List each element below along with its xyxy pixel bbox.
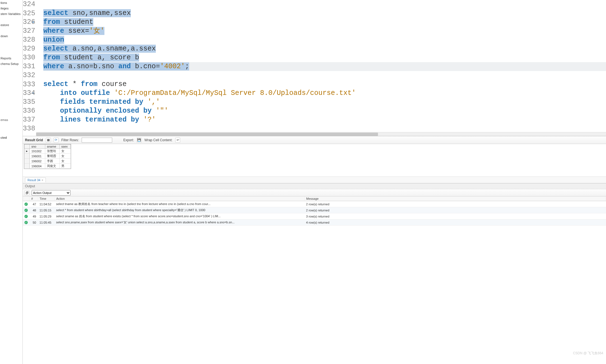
sidebar-item[interactable]: tions — [0, 0, 22, 6]
line-number: 329 — [23, 44, 36, 53]
output-panel: Output 🗐 Action Output # Time Action M — [23, 183, 606, 364]
code-line[interactable] — [43, 0, 606, 9]
code-line[interactable]: select a.sno,a.sname,a.ssex — [43, 44, 606, 53]
code-line[interactable] — [43, 71, 606, 80]
output-row[interactable]: ✓4711:04:52select tname as 教师姓名 from tea… — [23, 201, 606, 207]
editor-horizontal-scrollbar[interactable] — [36, 132, 606, 136]
grid-cell[interactable]: 191002 — [30, 149, 45, 154]
sidebar-schemas-label[interactable]: emas — [0, 117, 22, 123]
grid-cell[interactable]: 董明霞 — [45, 154, 60, 159]
action-output-table[interactable]: # Time Action Message ✓4711:04:52select … — [23, 196, 606, 364]
grid-cell[interactable]: 196002 — [30, 159, 45, 164]
grid-column-header[interactable]: sname — [45, 145, 60, 149]
grid-cell[interactable]: 女 — [59, 159, 71, 164]
code-line[interactable]: from student a, score b — [43, 53, 606, 62]
sidebar-item[interactable]: chema Setup — [0, 61, 22, 67]
grid-cell[interactable]: 男 — [59, 164, 71, 169]
code-line[interactable]: into outfile 'C:/ProgramData/MySql/MySql… — [43, 89, 606, 98]
code-line[interactable]: select * from course — [43, 80, 606, 89]
output-row-number: 50 — [29, 219, 38, 226]
grid-cell[interactable]: 周俊文 — [45, 164, 60, 169]
main-pane: 3243253263273283293303313323333343353363… — [23, 0, 606, 364]
output-message: 2 row(s) returned — [304, 207, 606, 213]
watermark-text: CSDN @ 飞飞鱼664 — [573, 351, 603, 356]
wrap-cell-icon[interactable]: ↩ — [175, 138, 180, 143]
grid-column-header[interactable]: ssex — [59, 145, 71, 149]
sidebar-item[interactable]: ileges — [0, 6, 22, 11]
output-row[interactable]: ✓4911:05:29select sname as 姓名 from stude… — [23, 213, 606, 219]
output-row[interactable]: ✓5011:05:45select sno,sname,ssex from st… — [23, 219, 606, 226]
export-icon[interactable]: 💾 — [137, 138, 142, 143]
sidebar-item[interactable]: down — [0, 33, 22, 39]
line-number: 337 — [23, 115, 36, 124]
code-line[interactable]: optionally enclosed by '"' — [43, 107, 606, 115]
line-number-gutter: 3243253263273283293303313323333343353363… — [23, 0, 36, 133]
result-grid[interactable]: snosnamessex ▸191002张慧玲女196001董明霞女196002… — [24, 144, 71, 169]
navigator-sidebar: tions ileges stem Variables estore down … — [0, 0, 23, 364]
sidebar-item[interactable]: Reports — [0, 55, 22, 61]
output-time: 11:05:29 — [38, 213, 54, 219]
output-time: 11:04:52 — [38, 201, 54, 207]
code-line[interactable]: fields terminated by ',' — [43, 98, 606, 107]
output-col-msg: Message — [304, 196, 606, 201]
line-number: 336 — [23, 107, 36, 115]
grid-cell[interactable]: 李茜 — [45, 159, 60, 164]
sidebar-item[interactable]: estore — [0, 22, 22, 28]
output-message: 3 row(s) returned — [304, 213, 606, 219]
output-row-number: 47 — [29, 201, 38, 207]
status-success-icon: ✓ — [24, 203, 28, 206]
refresh-icon[interactable]: ⟳ — [54, 138, 59, 143]
code-line[interactable]: union — [43, 36, 606, 44]
result-tab[interactable]: Result 34 × — [25, 178, 46, 182]
line-number: 335 — [23, 98, 36, 107]
line-number: 328 — [23, 36, 36, 44]
results-toolbar: Result Grid ▦ ⟳ Filter Rows: Export: 💾 W… — [23, 136, 606, 144]
sql-editor[interactable]: 3243253263273283293303313323333343353363… — [23, 0, 606, 136]
grid-cell[interactable]: 女 — [59, 149, 71, 154]
scrollbar-thumb[interactable] — [36, 133, 378, 136]
line-number: 331 — [23, 62, 36, 71]
grid-view-icon[interactable]: ▦ — [46, 138, 51, 143]
output-col-time: Time — [38, 196, 54, 201]
sidebar-selected-label: cted — [0, 134, 22, 141]
table-row[interactable]: ▸191002张慧玲女 — [24, 149, 71, 154]
output-action-text: select sno,sname,ssex from student where… — [54, 219, 304, 226]
output-type-select[interactable]: Action Output — [32, 190, 71, 196]
code-line[interactable]: lines terminated by '?' — [43, 115, 606, 124]
grid-cell[interactable]: 女 — [59, 154, 71, 159]
line-number: 334 — [23, 89, 36, 98]
result-grid-label: Result Grid — [25, 138, 43, 142]
row-header[interactable] — [24, 159, 30, 164]
line-number: 338 — [23, 124, 36, 133]
row-header[interactable] — [24, 154, 30, 159]
close-icon[interactable]: × — [41, 178, 43, 182]
output-col-num: # — [29, 196, 38, 201]
code-area[interactable]: select sno,sname,ssexfrom studentwhere s… — [43, 0, 606, 133]
grid-cell[interactable]: 196001 — [30, 154, 45, 159]
filter-rows-label: Filter Rows: — [61, 138, 79, 142]
filter-rows-input[interactable] — [82, 138, 112, 143]
output-header-label: Output — [23, 183, 606, 189]
results-panel: Result Grid ▦ ⟳ Filter Rows: Export: 💾 W… — [23, 136, 606, 183]
code-line[interactable]: from student — [43, 18, 606, 27]
grid-cell[interactable]: 张慧玲 — [45, 149, 60, 154]
row-header[interactable]: ▸ — [24, 149, 30, 154]
result-tab-bar: Result 34 × — [23, 176, 606, 183]
sidebar-item[interactable]: stem Variables — [0, 11, 22, 17]
code-line[interactable]: where ssex='女' — [43, 27, 606, 36]
grid-column-header[interactable]: sno — [30, 145, 45, 149]
output-row[interactable]: ✓4811:05:15select * from student where s… — [23, 207, 606, 213]
output-toolbar: 🗐 Action Output — [23, 189, 606, 196]
row-header[interactable] — [24, 164, 30, 169]
table-row[interactable]: 196004周俊文男 — [24, 164, 71, 169]
output-history-icon[interactable]: 🗐 — [24, 190, 29, 195]
line-number: 324 — [23, 0, 36, 9]
table-row[interactable]: 196002李茜女 — [24, 159, 71, 164]
sidebar-group-4: Reports chema Setup — [0, 55, 22, 67]
table-row[interactable]: 196001董明霞女 — [24, 154, 71, 159]
code-line[interactable]: select sno,sname,ssex — [43, 9, 606, 18]
wrap-cell-label: Wrap Cell Content: — [144, 138, 172, 142]
code-line[interactable]: where a.sno=b.sno and b.cno='4002'; — [43, 62, 606, 71]
grid-cell[interactable]: 196004 — [30, 164, 45, 169]
output-message: 4 row(s) returned — [304, 219, 606, 226]
